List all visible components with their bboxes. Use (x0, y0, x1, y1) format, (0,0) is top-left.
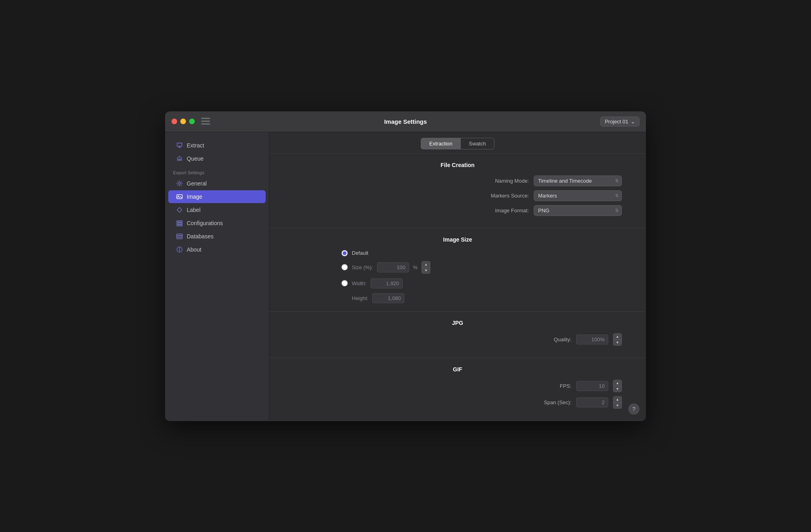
default-radio-label: Default (352, 250, 368, 256)
sidebar-item-configurations[interactable]: Configurations (168, 217, 266, 230)
svg-point-13 (179, 248, 180, 249)
size-radio-row: Size (%): % ▲ ▼ (341, 261, 622, 274)
svg-rect-6 (177, 221, 182, 222)
span-stepper-down[interactable]: ▼ (613, 403, 621, 408)
markers-source-label: Markers Source: (491, 193, 529, 199)
sidebar-item-queue[interactable]: Queue (168, 152, 266, 165)
traffic-lights (171, 119, 195, 124)
databases-icon (176, 233, 183, 240)
gif-section: GIF FPS: ▲ ▼ Span (Sec): ▲ (269, 358, 646, 421)
content-area: Extraction Swatch File Creation Naming M… (269, 132, 646, 421)
width-row: Width: (341, 278, 622, 288)
configurations-label: Configurations (187, 220, 223, 226)
quality-stepper-up[interactable]: ▲ (613, 334, 621, 339)
project-selector-label: Project 01 (605, 119, 628, 125)
image-format-select[interactable]: PNG JPG TIFF BMP (534, 205, 622, 216)
extract-label: Extract (187, 142, 204, 149)
project-selector-chevron: ⌄ (631, 119, 635, 125)
size-stepper-up[interactable]: ▲ (422, 262, 430, 267)
general-label: General (187, 180, 207, 187)
span-input[interactable] (576, 397, 608, 407)
width-label: Width: (352, 280, 367, 286)
svg-point-3 (179, 182, 181, 184)
naming-mode-row: Naming Mode: Timeline and Timecode Custo… (293, 175, 622, 186)
tab-extraction[interactable]: Extraction (421, 138, 461, 149)
minimize-button[interactable] (180, 119, 186, 124)
image-size-title: Image Size (293, 236, 622, 243)
height-row: Height: (341, 293, 622, 303)
size-input[interactable] (377, 262, 409, 272)
markers-source-select-wrapper: Markers Chapters All (534, 190, 622, 201)
svg-rect-8 (177, 225, 182, 226)
quality-input[interactable] (576, 335, 608, 345)
svg-rect-7 (177, 223, 182, 224)
tab-swatch[interactable]: Swatch (461, 138, 494, 149)
size-stepper-down[interactable]: ▼ (422, 268, 430, 273)
span-stepper: ▲ ▼ (613, 396, 622, 409)
project-selector[interactable]: Project 01 ⌄ (600, 117, 640, 127)
height-label: Height: (352, 295, 368, 301)
image-icon (176, 193, 183, 200)
svg-rect-2 (201, 123, 210, 125)
image-format-row: Image Format: PNG JPG TIFF BMP (293, 205, 622, 216)
width-radio[interactable] (341, 280, 348, 286)
jpg-section: JPG Quality: ▲ ▼ (269, 312, 646, 358)
default-radio-row: Default (341, 250, 622, 256)
size-stepper: ▲ ▼ (422, 261, 430, 274)
sidebar-toggle-button[interactable] (201, 118, 210, 125)
sidebar-item-about[interactable]: About (168, 243, 266, 256)
span-stepper-up[interactable]: ▲ (613, 397, 621, 402)
fps-label: FPS: (560, 383, 571, 389)
titlebar: Image Settings Project 01 ⌄ (165, 111, 646, 132)
sidebar-item-extract[interactable]: Extract (168, 139, 266, 152)
width-input[interactable] (371, 278, 403, 288)
export-settings-label: Export Settings (165, 165, 269, 177)
label-text: Label (187, 207, 200, 213)
markers-source-select[interactable]: Markers Chapters All (534, 190, 622, 201)
sidebar-item-general[interactable]: General (168, 177, 266, 190)
markers-source-row: Markers Source: Markers Chapters All (293, 190, 622, 201)
label-icon (176, 207, 183, 213)
sidebar: Extract Queue Export Settings (165, 132, 269, 421)
quality-stepper: ▲ ▼ (613, 333, 622, 346)
sidebar-item-databases[interactable]: Databases (168, 230, 266, 243)
svg-rect-4 (177, 195, 182, 199)
main-window: Image Settings Project 01 ⌄ Extract (165, 111, 646, 421)
sidebar-item-label[interactable]: Label (168, 204, 266, 216)
fullscreen-button[interactable] (189, 119, 195, 124)
fps-input[interactable] (576, 381, 608, 391)
span-label: Span (Sec): (544, 399, 571, 405)
span-row: Span (Sec): ▲ ▼ (293, 396, 622, 409)
quality-label: Quality: (554, 337, 571, 343)
fps-stepper: ▲ ▼ (613, 380, 622, 392)
configurations-icon (176, 220, 183, 226)
about-icon (176, 246, 183, 253)
queue-icon (176, 155, 183, 162)
gif-title: GIF (293, 366, 622, 373)
help-button[interactable]: ? (628, 403, 640, 415)
naming-mode-select[interactable]: Timeline and Timecode Custom Sequence (534, 175, 622, 186)
fps-stepper-up[interactable]: ▲ (613, 380, 621, 386)
svg-rect-11 (177, 237, 182, 239)
height-input[interactable] (372, 293, 404, 303)
fps-row: FPS: ▲ ▼ (293, 380, 622, 392)
sidebar-item-image[interactable]: Image (168, 190, 266, 203)
image-label: Image (187, 193, 202, 200)
about-label: About (187, 246, 202, 253)
jpg-title: JPG (293, 320, 622, 326)
window-title: Image Settings (384, 118, 427, 125)
file-creation-title: File Creation (293, 162, 622, 168)
quality-row: Quality: ▲ ▼ (293, 333, 622, 346)
image-format-select-wrapper: PNG JPG TIFF BMP (534, 205, 622, 216)
tabs-bar: Extraction Swatch (269, 132, 646, 154)
default-radio[interactable] (341, 250, 348, 256)
quality-stepper-down[interactable]: ▼ (613, 340, 621, 345)
fps-stepper-down[interactable]: ▼ (613, 386, 621, 392)
close-button[interactable] (171, 119, 177, 124)
queue-label: Queue (187, 155, 204, 162)
size-radio[interactable] (341, 264, 348, 270)
svg-rect-0 (201, 118, 210, 119)
size-unit: % (413, 264, 418, 270)
image-size-section: Image Size Default Size (%): % ▲ (269, 228, 646, 312)
size-radio-label: Size (%): (352, 264, 373, 270)
